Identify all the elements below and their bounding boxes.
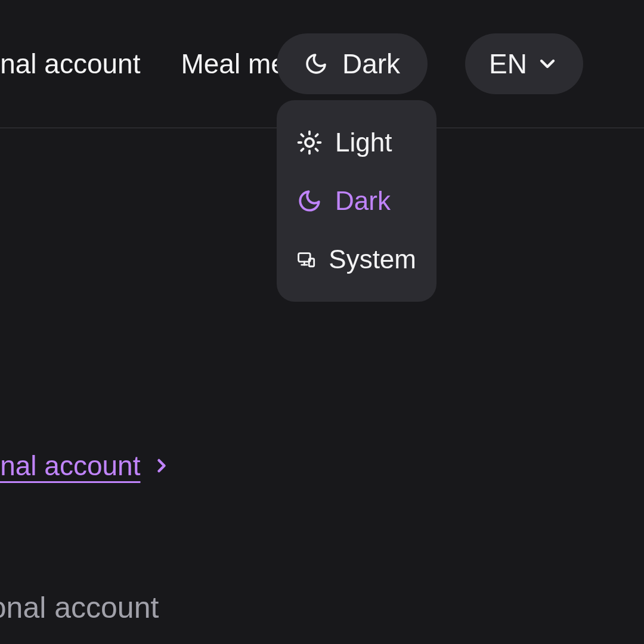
breadcrumb-link-account[interactable]: Personal account — [0, 450, 140, 482]
chevron-down-icon — [535, 52, 559, 76]
moon-icon — [297, 188, 322, 213]
breadcrumb: Personal account — [0, 450, 172, 482]
theme-option-label: Dark — [335, 186, 391, 216]
theme-option-light[interactable]: Light — [277, 113, 436, 172]
svg-line-8 — [316, 134, 318, 136]
monitor-smartphone-icon — [297, 247, 315, 272]
language-switcher[interactable]: EN — [465, 33, 583, 94]
svg-point-0 — [305, 138, 314, 147]
theme-dropdown: Light Dark System — [277, 100, 436, 302]
language-pill[interactable]: EN — [465, 33, 583, 94]
moon-icon — [304, 52, 328, 76]
svg-rect-12 — [309, 259, 314, 267]
svg-line-4 — [316, 149, 318, 151]
theme-current-label: Dark — [342, 48, 400, 80]
svg-line-7 — [301, 149, 303, 151]
svg-line-3 — [301, 134, 303, 136]
theme-pill[interactable]: Dark — [277, 33, 428, 94]
theme-option-label: System — [329, 244, 416, 274]
page-heading: Personal account — [0, 590, 159, 625]
theme-option-label: Light — [335, 128, 392, 157]
language-current-label: EN — [489, 48, 527, 80]
chevron-right-icon — [151, 455, 172, 476]
theme-option-system[interactable]: System — [277, 230, 436, 289]
theme-switcher[interactable]: Dark — [277, 33, 428, 94]
theme-option-dark[interactable]: Dark — [277, 172, 436, 230]
nav-link-account[interactable]: Personal account — [0, 48, 160, 80]
sun-icon — [297, 130, 322, 155]
